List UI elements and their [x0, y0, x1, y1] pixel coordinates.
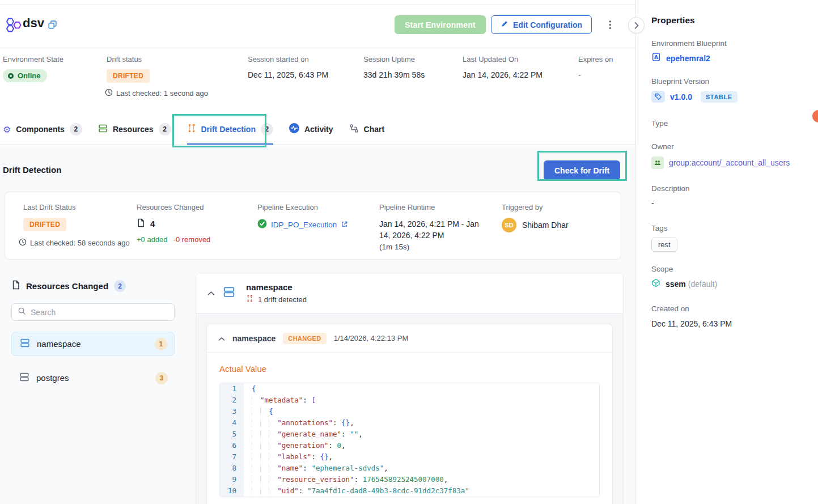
drift-detected-line: 1 drift detected	[246, 295, 307, 304]
pipeline-runtime-duration: (1m 15s)	[379, 242, 490, 253]
pipeline-runtime-range: Jan 14, 2026, 4:21 PM - Jan 14, 2026, 4:…	[379, 218, 490, 242]
edit-configuration-button[interactable]: Edit Configuration	[491, 15, 592, 34]
blueprint-link[interactable]: epehemral2	[666, 54, 710, 63]
search-icon	[18, 307, 26, 317]
code-line: 6 "generation": 0,	[220, 440, 599, 451]
drifted-badge: DRIFTED	[23, 218, 66, 231]
copy-name-icon[interactable]	[48, 20, 57, 32]
drift-count-badge: 3	[155, 372, 168, 384]
stable-badge: STABLE	[701, 91, 738, 103]
svg-text:A: A	[654, 54, 658, 60]
summary-last-checked: Last checked: 58 seconds ago	[19, 238, 130, 248]
resources-changed-count: 4	[150, 219, 155, 228]
collapse-chevron-up-icon[interactable]	[207, 288, 215, 298]
tags-label: Tags	[651, 224, 668, 232]
summary-pipeline-execution: Pipeline Execution IDP_PO_Execution	[257, 203, 348, 231]
tab-activity[interactable]: Activity	[289, 114, 333, 145]
scope-value: ssem	[666, 279, 686, 289]
drift-detection-section: Drift Detection Check for Drift Last Dri…	[0, 146, 635, 504]
start-environment-button[interactable]: Start Environment	[395, 15, 486, 34]
properties-sidebar: Properties Environment Blueprint A epehe…	[635, 0, 818, 504]
owner-label: Owner	[651, 142, 674, 151]
drift-compare-icon	[187, 124, 196, 135]
tab-drift-detection[interactable]: Drift Detection 2	[187, 114, 273, 145]
cube-icon	[651, 278, 660, 290]
entry-timestamp: 1/14/2026, 4:22:13 PM	[334, 334, 409, 342]
code-line: 4 "annotations": {},	[220, 417, 599, 429]
drift-entry-header[interactable]: namespace CHANGED 1/14/2026, 4:22:13 PM	[207, 324, 612, 353]
detail-resource-name: namespace	[246, 282, 307, 292]
check-for-drift-button[interactable]: Check for Drift	[544, 160, 620, 180]
search-input[interactable]	[31, 308, 168, 317]
resources-stack-icon	[98, 124, 108, 135]
version-label: Blueprint Version	[651, 77, 709, 86]
tab-components-count: 2	[70, 123, 82, 135]
collapse-panel-chevron-right-button[interactable]	[628, 17, 645, 33]
description-value: -	[651, 198, 654, 207]
resources-delta: +0 added-0 removed	[137, 235, 210, 244]
success-check-icon	[257, 219, 267, 231]
code-line: 5 "generate_name": "",	[220, 429, 599, 440]
actual-value-label: Actual Value	[219, 364, 600, 374]
gear-icon: ⚙	[3, 124, 11, 135]
drifted-badge: DRIFTED	[107, 69, 150, 83]
online-dot-icon	[8, 73, 14, 79]
resource-stack-icon	[19, 372, 29, 384]
drift-count-badge: 1	[155, 338, 167, 350]
created-on-value: Dec 11, 2025, 6:43 PM	[651, 319, 732, 328]
environment-detail-page: dsv Start Environment Edit Configuration…	[0, 0, 818, 504]
list-item-postgres[interactable]: postgres 3	[11, 366, 175, 390]
scope-label: Scope	[651, 265, 673, 273]
actual-value-code-block[interactable]: 1{2 "metadata": [3 {4 "annotations": {},…	[219, 383, 600, 497]
resources-changed-title: Resources Changed	[26, 281, 108, 291]
scope-suffix: (default)	[688, 279, 717, 289]
summary-resources-changed: Resources Changed 4 +0 added-0 removed	[137, 203, 210, 244]
clock-icon	[19, 238, 27, 248]
group-people-icon	[651, 156, 664, 169]
main-pane: dsv Start Environment Edit Configuration…	[0, 5, 635, 504]
collapse-chevron-up-icon[interactable]	[218, 333, 225, 344]
pencil-icon	[501, 20, 508, 29]
status-field-drift-status: Drift status DRIFTED	[107, 55, 150, 83]
status-field-session-uptime: Session Uptime 33d 21h 39m 58s	[363, 55, 425, 79]
properties-title: Properties	[651, 15, 695, 26]
page-title: dsv	[23, 16, 44, 31]
resource-detail-header: namespace 1 drift detected	[196, 273, 623, 314]
version-value-row: v1.0.0 STABLE	[651, 91, 738, 103]
app-logo-hexagons-icon	[6, 17, 23, 36]
resource-stack-icon	[223, 286, 235, 300]
status-field-session-started: Session started on Dec 11, 2025, 6:43 PM	[248, 55, 328, 79]
tab-chart[interactable]: Chart	[349, 114, 385, 145]
drift-entry-card: namespace CHANGED 1/14/2026, 4:22:13 PM …	[206, 324, 613, 504]
blueprint-value-row: A epehemral2	[651, 52, 710, 64]
file-icon	[11, 280, 20, 292]
blueprint-document-icon: A	[651, 52, 661, 64]
list-item-namespace[interactable]: namespace 1	[11, 332, 175, 356]
code-line: 10 "uid": "7aa4fd1c-dad8-49b3-8cdc-91dd2…	[220, 485, 599, 497]
chart-flow-icon	[349, 124, 359, 135]
more-options-kebab-icon[interactable]: ⋮	[603, 16, 617, 33]
tab-resources[interactable]: Resources 2	[98, 114, 171, 145]
description-label: Description	[651, 184, 690, 193]
drift-last-checked: Last checked: 1 second ago	[105, 88, 208, 98]
owner-link[interactable]: group:account/_account_all_users	[669, 158, 790, 167]
status-field-expires-on: Expires on -	[578, 55, 613, 79]
external-link-icon[interactable]	[341, 220, 348, 230]
summary-triggered-by: Triggered by SD Shibam Dhar	[502, 203, 569, 232]
resources-changed-count-badge: 2	[114, 280, 126, 292]
code-line: 2 "metadata": [	[220, 395, 599, 406]
pipeline-execution-link[interactable]: IDP_PO_Execution	[271, 221, 337, 229]
tag-icon	[651, 91, 665, 103]
tags-row: rest	[651, 238, 677, 252]
code-line: 9 "resource_version": 176545892524500700…	[220, 474, 599, 485]
version-link[interactable]: v1.0.0	[670, 92, 692, 101]
code-line: 3 {	[220, 406, 599, 417]
code-line: 1{	[220, 383, 599, 395]
file-icon	[137, 218, 145, 229]
tab-components[interactable]: ⚙ Components 2	[3, 114, 82, 145]
code-lines: 1{2 "metadata": [3 {4 "annotations": {},…	[220, 383, 599, 497]
resource-search[interactable]	[11, 303, 175, 321]
header-divider	[0, 48, 635, 48]
online-status-badge: Online	[3, 69, 47, 82]
drift-summary-card: Last Drift Status DRIFTED Last checked: …	[5, 192, 621, 260]
